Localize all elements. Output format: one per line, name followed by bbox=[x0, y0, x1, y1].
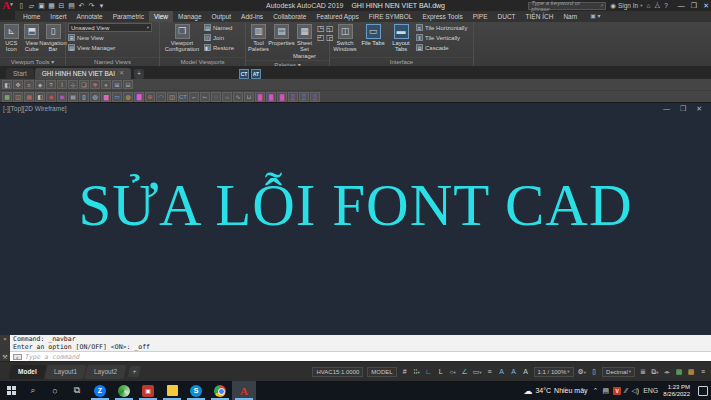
grid-icon[interactable]: # bbox=[401, 368, 409, 375]
ribbon-tab-collaborate[interactable]: Collaborate bbox=[268, 11, 311, 22]
taskbar-app-recorder[interactable]: ▣ bbox=[136, 381, 160, 400]
open-file-icon[interactable]: ▱ bbox=[27, 1, 36, 10]
print-icon[interactable]: ▤ bbox=[67, 1, 76, 10]
tray-volume-icon[interactable]: ◁) bbox=[631, 387, 639, 395]
panel-label-viewport-tools[interactable]: Viewport Tools ▾ bbox=[0, 57, 65, 66]
new-view-button[interactable]: ⊞New View bbox=[68, 33, 157, 42]
toolbar2-icon-19[interactable]: ⌙ bbox=[200, 92, 210, 102]
autocad-app-menu-button[interactable]: A▾ bbox=[0, 0, 15, 20]
tray-network-icon[interactable]: ⁄⁄ bbox=[625, 387, 627, 394]
toolbar2-icon-5[interactable]: ◉ bbox=[46, 92, 56, 102]
toolbar2-icon-4[interactable]: ◧ bbox=[35, 92, 45, 102]
panel-label-named-views[interactable]: Named Views bbox=[66, 57, 159, 66]
taskbar-app-zalo[interactable]: Z bbox=[88, 381, 112, 400]
toolbar1-icon-12[interactable]: ⊟ bbox=[123, 80, 133, 89]
app-store-icon[interactable]: ⌂ bbox=[646, 2, 650, 9]
properties-button[interactable]: ▤Properties bbox=[271, 23, 292, 46]
ribbon-tab-ti-n-ch[interactable]: TIỆN ÍCH bbox=[521, 11, 559, 22]
toolbar2-icon-10[interactable]: ▆ bbox=[101, 92, 111, 102]
close-command-icon[interactable]: × bbox=[3, 336, 7, 342]
cortana-button[interactable]: ○ bbox=[44, 381, 66, 400]
toolbar2-icon-26[interactable]: ▓ bbox=[277, 92, 287, 102]
toolbar2-icon-6[interactable]: ▣ bbox=[57, 92, 67, 102]
annotation-scale-button[interactable]: 1:1 / 100%▾ bbox=[534, 367, 574, 377]
toolbar2-icon-29[interactable]: ▒ bbox=[310, 92, 320, 102]
file-tab-ghi-hinh-nen-viet-bai[interactable]: GHI HINH NEN VIET BAI✕ bbox=[35, 68, 131, 79]
toolbar1-icon-11[interactable]: ⊞ bbox=[112, 80, 122, 89]
lineweight-icon[interactable]: ≡ bbox=[486, 368, 494, 375]
ribbon-tab-duct[interactable]: DUCT bbox=[493, 11, 521, 22]
toolbar2-icon-11[interactable]: ▭ bbox=[112, 92, 122, 102]
toolbar2-icon-27[interactable]: ▒ bbox=[288, 92, 298, 102]
toolbar1-icon-3[interactable]: ⌗ bbox=[24, 80, 34, 89]
toolbar1-icon-10[interactable]: ⋄ bbox=[101, 80, 111, 89]
new-file-tab-button[interactable]: + bbox=[134, 69, 144, 79]
panel-label-interface[interactable]: Interface bbox=[330, 57, 473, 66]
ribbon-tab-manage[interactable]: Manage bbox=[173, 11, 207, 22]
graphics-performance-icon[interactable]: ⌯ bbox=[663, 368, 671, 376]
annotation-monitor-icon[interactable]: ▯ bbox=[590, 368, 598, 376]
isodraft-icon[interactable]: ∠ bbox=[461, 368, 469, 376]
ribbon-tab-insert[interactable]: Insert bbox=[45, 11, 71, 22]
annotation-visibility-icon[interactable]: A bbox=[498, 368, 506, 375]
toolbar2-icon-2[interactable]: ◫ bbox=[13, 92, 23, 102]
ribbon-tab-output[interactable]: Output bbox=[207, 11, 237, 22]
toolbar2-icon-22[interactable]: ∿ bbox=[233, 92, 243, 102]
customize-command-icon[interactable]: ⚒ bbox=[2, 353, 7, 360]
layout-tab-layout2[interactable]: Layout2 bbox=[84, 365, 126, 379]
restore-button[interactable]: ❒ bbox=[691, 2, 697, 10]
toolbar2-icon-23[interactable]: ⊔ bbox=[244, 92, 254, 102]
plot-icon[interactable]: ⊟ bbox=[57, 1, 66, 10]
tray-chevron-icon[interactable]: ⌃ bbox=[593, 387, 599, 395]
ribbon-tab-annotate[interactable]: Annotate bbox=[72, 11, 108, 22]
layout-tab-model[interactable]: Model bbox=[9, 365, 47, 379]
qat-customize-icon[interactable]: ▾ bbox=[97, 1, 106, 10]
toolbar1-icon-4[interactable]: ◈ bbox=[35, 80, 45, 89]
save-as-icon[interactable]: ▦ bbox=[47, 1, 56, 10]
model-space-button[interactable]: MODEL bbox=[367, 367, 396, 377]
palette-mini-icon-1[interactable]: ◳ bbox=[317, 24, 325, 32]
taskbar-app-skype[interactable]: S bbox=[184, 381, 208, 400]
join-button[interactable]: ◫Join bbox=[204, 33, 234, 42]
viewport-configuration-button[interactable]: ❒ Viewport Configuration bbox=[162, 23, 202, 53]
ribbon-display-toggle-icon[interactable]: ▣ ▾ bbox=[590, 11, 600, 22]
toolbar2-icon-8[interactable]: ▯ bbox=[79, 92, 89, 102]
toolbar1-icon-1[interactable]: ◧ bbox=[2, 80, 12, 89]
annotation-scale-icon[interactable]: A bbox=[522, 368, 530, 375]
performance-icon[interactable]: ▩ bbox=[687, 368, 695, 376]
view-dropdown[interactable]: Unsaved View ▾ bbox=[68, 23, 152, 32]
toolbar2-icon-9[interactable]: ◎ bbox=[90, 92, 100, 102]
ribbon-tab-fire-symbol[interactable]: FIRE SYMBOL bbox=[364, 11, 418, 22]
toolbar1-icon-2[interactable]: ✥ bbox=[13, 80, 23, 89]
toolbar1-icon-5[interactable]: ? bbox=[46, 80, 56, 89]
taskbar-app-autocad[interactable]: A bbox=[232, 381, 256, 400]
close-tab-icon[interactable]: ✕ bbox=[119, 68, 124, 79]
osnap-icon[interactable]: ▭▾ bbox=[473, 368, 482, 376]
layout-tabs-button[interactable]: ▬Layout Tabs bbox=[388, 23, 414, 53]
toolbar2-icon-12[interactable]: ◍ bbox=[123, 92, 133, 102]
workspace-gear-icon[interactable]: ⚙▾ bbox=[578, 368, 587, 376]
undo-icon[interactable]: ↶ bbox=[77, 1, 86, 10]
close-button[interactable]: ✕ bbox=[703, 2, 709, 10]
toolbar2-icon-18[interactable]: ⌐ bbox=[189, 92, 199, 102]
navigation-bar-button[interactable]: ▯Navigation Bar bbox=[43, 23, 63, 53]
tray-folder-icon[interactable]: ▤ bbox=[602, 387, 609, 395]
autodesk-exchange-icon[interactable]: ⧊ bbox=[654, 2, 660, 10]
taskbar-app-browser[interactable] bbox=[112, 381, 136, 400]
task-view-button[interactable]: ⧉ bbox=[66, 381, 88, 400]
viewport-scale-button[interactable]: HVAC15:1.0000 bbox=[312, 367, 363, 377]
viewport-controls-label[interactable]: [-][Top][2D Wireframe] bbox=[3, 105, 67, 112]
toolbar2-icon-24[interactable]: ▓ bbox=[255, 92, 265, 102]
ribbon-tab-featured-apps[interactable]: Featured Apps bbox=[311, 11, 363, 22]
taskbar-app-sticky-notes[interactable] bbox=[160, 381, 184, 400]
quick-properties-icon[interactable]: ≣ bbox=[639, 368, 647, 376]
new-file-icon[interactable]: ▯ bbox=[17, 1, 26, 10]
toolbar2-icon-25[interactable]: ▓ bbox=[266, 92, 276, 102]
ortho-icon[interactable]: L bbox=[437, 368, 445, 375]
infer-constraints-icon[interactable]: ∟ bbox=[425, 368, 433, 375]
ribbon-tab-home[interactable]: Home bbox=[18, 11, 45, 22]
toolbar2-icon-13[interactable]: ▇ bbox=[134, 92, 144, 102]
panel-label-model-viewports[interactable]: Model Viewports bbox=[160, 57, 245, 66]
switch-windows-button[interactable]: ◫Switch Windows bbox=[332, 23, 358, 53]
toolbar1-icon-6[interactable]: ⌇ bbox=[57, 80, 67, 89]
